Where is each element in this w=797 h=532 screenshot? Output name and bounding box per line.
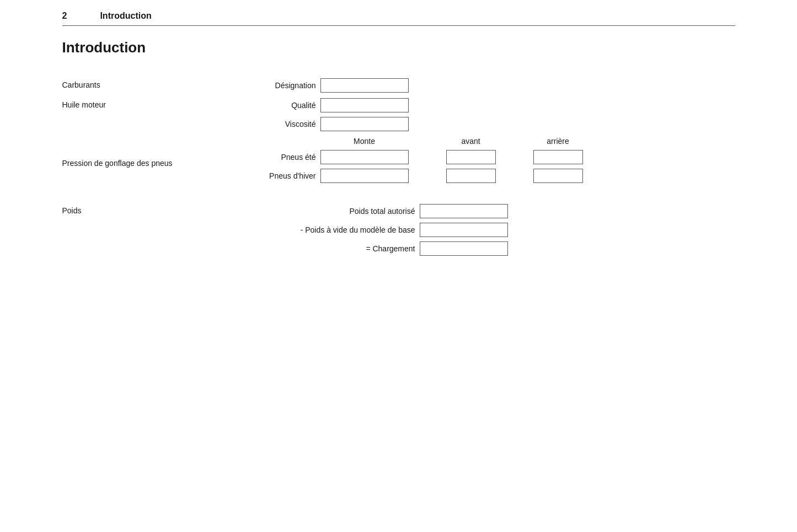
pneus-ete-label: Pneus été	[250, 153, 316, 162]
carburants-group: Carburants Désignation	[62, 78, 735, 93]
poids-total-input[interactable]	[420, 204, 508, 218]
viscosite-row: Viscosité	[250, 117, 409, 131]
pneus-ete-arriere-input[interactable]	[533, 150, 583, 164]
col-monte-header: Monte	[320, 137, 409, 146]
viscosite-input[interactable]	[320, 117, 409, 131]
huile-moteur-group: Huile moteur Qualité Viscosité	[62, 98, 735, 131]
qualite-row: Qualité	[250, 98, 409, 112]
col-arriere-header: arrière	[533, 137, 583, 146]
pneus-ete-row: Pneus été	[250, 150, 583, 164]
poids-vide-input[interactable]	[420, 223, 508, 237]
pression-fields: Monte avant arrière Pneus été Pneus d'hi…	[250, 137, 583, 187]
carburants-fields: Désignation	[250, 78, 409, 93]
poids-total-label: Poids total autorisé	[250, 207, 415, 216]
pneus-hiver-arriere-input[interactable]	[533, 169, 583, 183]
poids-group: Poids Poids total autorisé - Poids à vid…	[62, 204, 735, 256]
chargement-row: = Chargement	[250, 241, 508, 256]
pneus-hiver-avant-input[interactable]	[446, 169, 496, 183]
page-container: 2 Introduction Introduction Carburants D…	[40, 0, 757, 267]
pneus-hiver-row: Pneus d'hiver	[250, 169, 583, 183]
col-avant-header: avant	[446, 137, 496, 146]
pneus-ete-avant-input[interactable]	[446, 150, 496, 164]
chargement-label: = Chargement	[250, 244, 415, 253]
qualite-label: Qualité	[250, 101, 316, 110]
designation-row: Désignation	[250, 78, 409, 93]
header-bar: 2 Introduction	[62, 11, 735, 26]
poids-vide-label: - Poids à vide du modèle de base	[250, 225, 415, 234]
pneus-hiver-monte-input[interactable]	[320, 169, 409, 183]
chargement-input[interactable]	[420, 241, 508, 256]
huile-moteur-fields: Qualité Viscosité	[250, 98, 409, 131]
form-section: Carburants Désignation Huile moteur Qual…	[62, 78, 735, 256]
designation-input[interactable]	[320, 78, 409, 93]
pression-header-row: Monte avant arrière	[250, 137, 583, 146]
pneus-hiver-label: Pneus d'hiver	[250, 171, 316, 180]
carburants-label: Carburants	[62, 78, 250, 89]
section-title: Introduction	[62, 39, 735, 56]
header-title: Introduction	[100, 11, 151, 21]
poids-fields: Poids total autorisé - Poids à vide du m…	[250, 204, 508, 256]
pression-label: Pression de gonflage des pneus	[62, 137, 250, 168]
page-number: 2	[62, 11, 67, 21]
pneus-ete-monte-input[interactable]	[320, 150, 409, 164]
qualite-input[interactable]	[320, 98, 409, 112]
poids-vide-row: - Poids à vide du modèle de base	[250, 223, 508, 237]
viscosite-label: Viscosité	[250, 120, 316, 128]
pression-group: Pression de gonflage des pneus Monte ava…	[62, 137, 735, 187]
poids-total-row: Poids total autorisé	[250, 204, 508, 218]
poids-label: Poids	[62, 204, 250, 215]
designation-label: Désignation	[250, 81, 316, 90]
huile-moteur-label: Huile moteur	[62, 98, 250, 109]
